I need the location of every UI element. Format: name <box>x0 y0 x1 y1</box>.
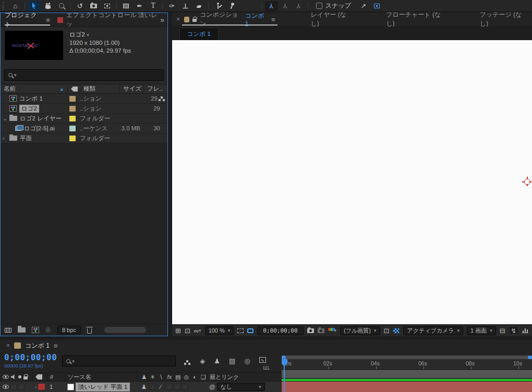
trash-icon[interactable] <box>87 328 92 334</box>
pixel-aspect-correction-icon[interactable]: ⊟ <box>500 327 505 335</box>
item-name-chevron-icon[interactable]: ▾ <box>87 32 89 38</box>
hand-tool-icon[interactable] <box>41 1 54 11</box>
layer-expand-chevron-icon[interactable]: › <box>35 384 37 390</box>
layer-collapse-toggle[interactable] <box>149 384 155 390</box>
layer-duration-bar[interactable] <box>282 382 532 392</box>
layer-color-swatch[interactable] <box>67 384 74 390</box>
draft-3d-icon[interactable]: ◈ <box>200 357 205 365</box>
snapshot-icon[interactable] <box>307 328 314 333</box>
tab-composition[interactable]: コンポジション コンポ 1 ≡ <box>184 13 277 26</box>
pan-behind-tool-icon[interactable] <box>101 1 114 11</box>
mask-visibility-icon[interactable] <box>247 328 253 333</box>
search-options-chevron-icon[interactable]: ▾ <box>72 359 75 364</box>
clone-stamp-tool-icon[interactable]: ⊥ <box>179 1 192 11</box>
interpret-footage-icon[interactable] <box>5 328 11 333</box>
column-header-label[interactable] <box>67 84 80 93</box>
panel-menu-icon[interactable]: ≡ <box>46 16 50 24</box>
column-header-frame[interactable]: フレ.. <box>143 84 167 93</box>
layer-audio-toggle[interactable] <box>10 384 17 390</box>
parent-link-column-header[interactable]: 親とリンク <box>207 373 282 381</box>
layer-frame-blend-toggle[interactable] <box>174 384 180 390</box>
item-name[interactable]: ロゴ2 <box>69 31 85 38</box>
lock-icon[interactable] <box>192 19 197 22</box>
panel-menu-icon[interactable]: ≡ <box>54 342 58 350</box>
panel-menu-icon[interactable]: ≡ <box>271 16 275 23</box>
extract-workarea-icon[interactable] <box>370 1 383 11</box>
brush-tool-icon[interactable]: ✑ <box>165 1 178 11</box>
time-ruler[interactable]: 00s 02s 04s 06s 08s 10s <box>282 359 532 370</box>
current-timecode[interactable]: 0;00;00;00 <box>4 352 57 362</box>
histogram-icon[interactable] <box>522 328 528 333</box>
roto-brush-tool-icon[interactable] <box>211 1 224 11</box>
close-icon[interactable]: × <box>6 342 10 349</box>
local-axis-mode-icon[interactable]: Y <box>265 1 278 11</box>
motion-blur-icon[interactable]: ◎ <box>244 357 250 365</box>
label-chip[interactable] <box>69 96 76 102</box>
column-header-size[interactable]: サイズ <box>119 84 143 93</box>
label-chip[interactable] <box>69 126 76 131</box>
layer-fx-toggle[interactable] <box>166 384 172 390</box>
current-time-block[interactable]: 0;00;00;00 00000 (29.97 fps) <box>4 352 57 369</box>
new-composition-button[interactable] <box>32 327 39 333</box>
pen-tool-icon[interactable]: ✒ <box>133 1 146 11</box>
show-snapshot-icon[interactable] <box>318 328 324 333</box>
magnification-select[interactable]: 100 %▾ <box>205 326 234 335</box>
zoom-tool-icon[interactable] <box>55 1 68 11</box>
monitor-icon[interactable]: ⊡ <box>185 327 190 335</box>
tab-project[interactable]: プロジェクト ≡ <box>5 13 50 27</box>
transparency-grid-icon[interactable] <box>393 328 400 334</box>
target-region-icon[interactable]: ⊡ <box>384 327 390 335</box>
view-layout-select[interactable]: 1 画面▾ <box>467 326 496 335</box>
layer-solo-toggle[interactable] <box>18 384 25 390</box>
region-of-interest-icon[interactable] <box>237 328 244 333</box>
home-icon[interactable]: ⌂ <box>9 1 22 11</box>
stereo-3d-icon[interactable]: ∞▾ <box>194 327 201 335</box>
pickwhip-icon[interactable]: @ <box>209 384 215 390</box>
tab-flowchart[interactable]: フローチャート (なし) <box>386 10 446 28</box>
time-navigator-bar[interactable] <box>282 356 532 359</box>
expand-chevron-icon[interactable]: › <box>3 136 7 141</box>
selection-tool-icon[interactable] <box>28 1 41 11</box>
fast-previews-icon[interactable]: ↯ <box>509 326 518 335</box>
navigator-start-handle[interactable] <box>282 356 286 359</box>
work-area-bar[interactable] <box>282 370 532 378</box>
eraser-tool-icon[interactable]: ▰ <box>192 1 205 11</box>
timeline-search-input[interactable]: ▾ <box>62 356 176 366</box>
column-header-name[interactable]: 名前 ▲ <box>1 84 67 93</box>
multi-view-icon[interactable]: ⊞ <box>175 327 181 335</box>
preview-timecode[interactable]: 0;00;00;00 <box>257 326 303 335</box>
timeline-tab-label[interactable]: コンポ 1 <box>25 341 50 350</box>
toolbar-grip[interactable] <box>3 2 6 10</box>
rotate-tool-icon[interactable]: ↺ <box>74 1 87 11</box>
world-axis-mode-icon[interactable]: Y <box>279 1 292 11</box>
search-options-chevron-icon[interactable]: ▾ <box>14 72 17 78</box>
comp-marker-bin-icon[interactable] <box>263 366 270 370</box>
frame-blending-icon[interactable]: ▤ <box>229 357 235 365</box>
table-row[interactable]: ⌄ロゴ2 レイヤー フォルダー <box>1 114 167 124</box>
layer-video-toggle[interactable] <box>3 385 9 389</box>
table-row[interactable]: ロゴ2 ..ション 29 <box>1 104 167 114</box>
channels-icon[interactable]: ▾ <box>328 328 337 333</box>
new-folder-button[interactable] <box>18 327 26 333</box>
graph-editor-icon[interactable]: ∿ <box>259 357 266 363</box>
layer-row[interactable]: › 1 淡いレッド 平面 1 ♟ ∕ @ <box>0 382 282 392</box>
puppet-pin-tool-icon[interactable] <box>225 1 238 11</box>
table-row[interactable]: ›平面 フォルダー <box>1 133 167 143</box>
layer-name[interactable]: 淡いレッド 平面 1 <box>76 383 130 391</box>
collapse-chevron-icon[interactable]: ⌄ <box>3 116 7 121</box>
tracker-target-icon[interactable] <box>524 179 530 185</box>
camera-tool-icon[interactable] <box>87 1 100 11</box>
resolution-select[interactable]: (フル画質)▾ <box>340 326 380 335</box>
layer-quality-toggle[interactable]: ∕ <box>157 384 164 390</box>
tab-footage[interactable]: フッテージ (なし) <box>480 10 528 28</box>
navigator-end-handle[interactable] <box>528 356 532 359</box>
label-chip[interactable] <box>69 106 76 112</box>
table-row[interactable]: コンポ 1 ..ション 29 <box>1 94 167 104</box>
close-icon[interactable]: × <box>176 16 180 23</box>
column-header-type[interactable]: 種類 <box>80 84 119 93</box>
view-axis-mode-icon[interactable]: Y <box>292 1 305 11</box>
rectangle-tool-icon[interactable] <box>119 1 132 11</box>
project-search-input[interactable]: ▾ <box>4 69 164 81</box>
label-chip[interactable] <box>69 136 76 141</box>
label-chip[interactable] <box>69 116 76 121</box>
